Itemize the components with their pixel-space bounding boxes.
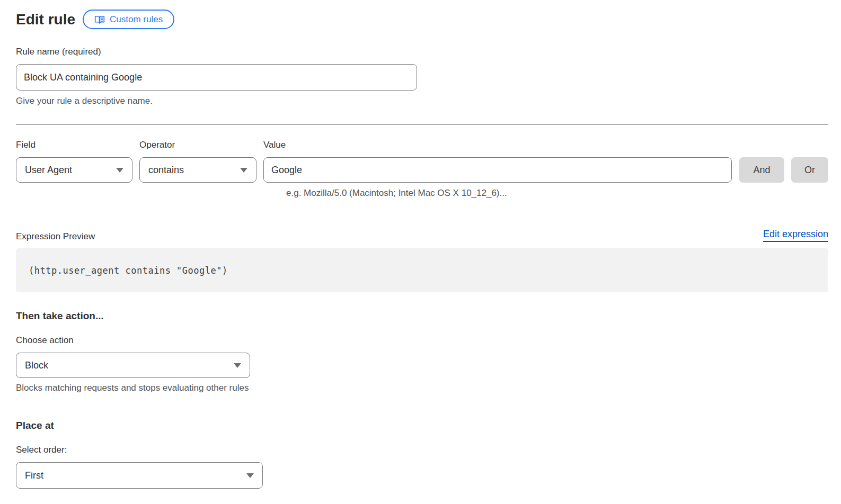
choose-action-label: Choose action (16, 335, 841, 346)
edit-expression-link[interactable]: Edit expression (763, 229, 828, 242)
value-column: Value (263, 140, 732, 183)
field-select[interactable]: User Agent (16, 157, 132, 183)
placement-section: Place at Select order: First (16, 420, 841, 489)
expression-preview-label: Expression Preview (16, 231, 95, 242)
action-select[interactable]: Block (16, 353, 250, 378)
page-title: Edit rule (16, 11, 75, 28)
operator-column: Operator contains (139, 140, 256, 183)
expression-code: (http.user_agent contains "Google") (29, 265, 228, 276)
operator-label: Operator (139, 140, 256, 150)
action-helper: Blocks matching requests and stops evalu… (16, 383, 841, 393)
field-label: Field (16, 140, 132, 150)
field-select-value: User Agent (25, 165, 72, 176)
value-helper: e.g. Mozilla/5.0 (Macintosh; Intel Mac O… (286, 188, 841, 199)
condition-row: Field User Agent Operator contains Value… (16, 140, 828, 183)
expression-header: Expression Preview Edit expression (16, 229, 828, 242)
select-order-label: Select order: (16, 445, 841, 455)
value-input[interactable] (263, 157, 732, 183)
section-divider (16, 124, 828, 125)
chevron-down-icon (246, 473, 254, 478)
action-section: Then take action... Choose action Block … (16, 310, 841, 393)
edit-rule-page: Edit rule Custom rules Rule name (requir… (0, 0, 841, 489)
operator-select-value: contains (148, 165, 184, 176)
order-select-value: First (25, 470, 43, 481)
value-label: Value (263, 140, 732, 150)
and-button[interactable]: And (739, 157, 784, 183)
order-select[interactable]: First (16, 462, 263, 489)
expression-preview-box: (http.user_agent contains "Google") (16, 248, 828, 292)
rule-name-section: Rule name (required) Give your rule a de… (16, 47, 828, 106)
operator-select[interactable]: contains (139, 157, 256, 183)
open-book-icon (94, 14, 105, 25)
action-select-value: Block (25, 360, 48, 371)
field-column: Field User Agent (16, 140, 132, 183)
chevron-down-icon (240, 168, 247, 173)
or-button[interactable]: Or (791, 157, 828, 183)
chevron-down-icon (116, 168, 123, 173)
chevron-down-icon (234, 363, 241, 368)
custom-rules-button[interactable]: Custom rules (83, 10, 174, 29)
page-header: Edit rule Custom rules (16, 10, 841, 29)
place-at-heading: Place at (16, 420, 841, 431)
rule-name-label: Rule name (required) (16, 47, 828, 57)
rule-name-helper: Give your rule a descriptive name. (16, 96, 828, 106)
action-heading: Then take action... (16, 310, 841, 322)
custom-rules-label: Custom rules (110, 14, 163, 25)
rule-name-input[interactable] (16, 64, 417, 91)
